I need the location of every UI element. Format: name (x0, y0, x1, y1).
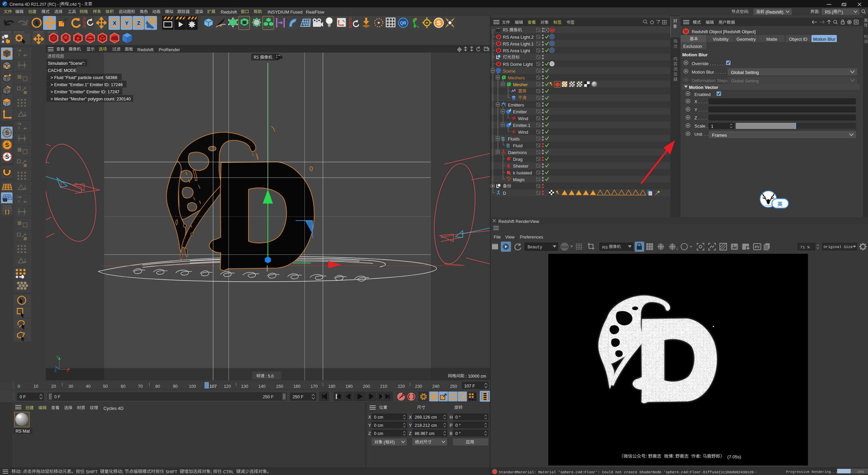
svg-text:R: R (349, 24, 352, 29)
svg-text:S: S (5, 130, 9, 136)
svg-text:G: G (676, 247, 678, 250)
svg-text:S: S (5, 142, 9, 148)
svg-text:PV: PV (755, 245, 760, 249)
svg-text:S: S (437, 19, 441, 26)
svg-text:R: R (83, 24, 86, 29)
svg-text:S: S (5, 154, 9, 160)
svg-text:( ): ( ) (5, 209, 9, 214)
svg-text:X: X (113, 20, 116, 26)
svg-text:Z: Z (137, 20, 140, 26)
svg-text:Y: Y (125, 20, 128, 26)
svg-text:RGB: RGB (561, 245, 568, 249)
svg-text:P: P (461, 394, 464, 399)
svg-text:QR: QR (400, 21, 406, 25)
